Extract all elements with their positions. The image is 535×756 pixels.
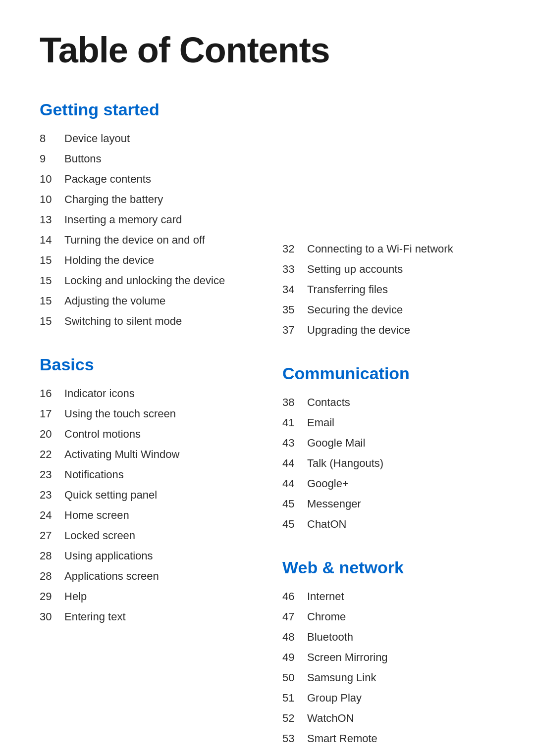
list-item: 50 Samsung Link	[282, 667, 495, 688]
entry-text: Samsung Link	[307, 669, 376, 686]
entry-text: Control motions	[64, 426, 141, 442]
entry-text: Switching to silent mode	[64, 313, 182, 329]
toc-list-communication: 38 Contacts 41 Email 43 Google Mail 44 T…	[282, 392, 495, 534]
page-num: 37	[282, 322, 307, 338]
list-item: 32 Connecting to a Wi-Fi network	[282, 239, 495, 259]
list-item: 52 WatchON	[282, 708, 495, 728]
page-title: Table of Contents	[40, 30, 495, 70]
entry-text: Quick setting panel	[64, 487, 157, 503]
section-continued: 32 Connecting to a Wi-Fi network 33 Sett…	[282, 239, 495, 340]
list-item: 17 Using the touch screen	[40, 403, 253, 424]
entry-text: Smart Remote	[307, 730, 377, 747]
page-num: 24	[40, 507, 64, 523]
entry-text: Package contents	[64, 171, 151, 187]
entry-text: Turning the device on and off	[64, 232, 205, 248]
list-item: 15 Adjusting the volume	[40, 291, 253, 311]
list-item: 27 Locked screen	[40, 525, 253, 546]
entry-text: Talk (Hangouts)	[307, 455, 383, 471]
page-num: 28	[40, 568, 64, 584]
entry-text: Locking and unlocking the device	[64, 272, 225, 289]
section-communication: Communication 38 Contacts 41 Email 43 Go…	[282, 364, 495, 534]
entry-text: Screen Mirroring	[307, 649, 388, 665]
entry-text: Upgrading the device	[307, 322, 410, 338]
page-num: 48	[282, 629, 307, 645]
section-title-web-network: Web & network	[282, 558, 495, 577]
list-item: 53 Smart Remote	[282, 728, 495, 749]
content-layout: Getting started 8 Device layout 9 Button…	[40, 100, 495, 756]
entry-text: Google+	[307, 475, 349, 492]
page-num: 41	[282, 414, 307, 431]
entry-text: Notifications	[64, 466, 124, 483]
entry-text: Using the touch screen	[64, 405, 176, 422]
page-num: 47	[282, 608, 307, 625]
entry-text: Bluetooth	[307, 629, 353, 645]
list-item: 28 Using applications	[40, 546, 253, 566]
page-num: 20	[40, 426, 64, 442]
list-item: 15 Holding the device	[40, 250, 253, 270]
entry-text: WatchON	[307, 710, 354, 726]
entry-text: Locked screen	[64, 527, 135, 544]
toc-list-getting-started: 8 Device layout 9 Buttons 10 Package con…	[40, 128, 253, 331]
page-num: 10	[40, 191, 64, 207]
list-item: 41 Email	[282, 412, 495, 433]
list-item: 15 Switching to silent mode	[40, 311, 253, 331]
page-num: 50	[282, 669, 307, 686]
list-item: 23 Notifications	[40, 464, 253, 485]
entry-text: Messenger	[307, 496, 361, 512]
page-num: 30	[40, 608, 64, 625]
entry-text: Setting up accounts	[307, 261, 403, 277]
list-item: 9 Buttons	[40, 149, 253, 169]
entry-text: Holding the device	[64, 252, 154, 268]
list-item: 44 Talk (Hangouts)	[282, 453, 495, 473]
page-num: 15	[40, 313, 64, 329]
page-num: 15	[40, 293, 64, 309]
page-num: 33	[282, 261, 307, 277]
list-item: 24 Home screen	[40, 505, 253, 525]
list-item: 48 Bluetooth	[282, 627, 495, 647]
page-num: 35	[282, 302, 307, 318]
page-num: 9	[40, 151, 64, 167]
page-num: 15	[40, 252, 64, 268]
page-num: 45	[282, 516, 307, 532]
page-num: 17	[40, 405, 64, 422]
list-item: 29 Help	[40, 586, 253, 606]
toc-list-continued: 32 Connecting to a Wi-Fi network 33 Sett…	[282, 239, 495, 340]
entry-text: Google Mail	[307, 435, 365, 451]
list-item: 51 Group Play	[282, 688, 495, 708]
list-item: 15 Locking and unlocking the device	[40, 270, 253, 291]
entry-text: Charging the battery	[64, 191, 163, 207]
list-item: 8 Device layout	[40, 128, 253, 149]
list-item: 33 Setting up accounts	[282, 259, 495, 279]
entry-text: Internet	[307, 588, 344, 605]
section-title-getting-started: Getting started	[40, 100, 253, 119]
section-getting-started: Getting started 8 Device layout 9 Button…	[40, 100, 253, 331]
page-num: 8	[40, 130, 64, 147]
list-item: 10 Package contents	[40, 169, 253, 189]
entry-text: Group Play	[307, 690, 362, 706]
entry-text: Indicator icons	[64, 385, 135, 402]
list-item: 47 Chrome	[282, 606, 495, 627]
page-num: 10	[40, 171, 64, 187]
page-num: 44	[282, 455, 307, 471]
page-num: 46	[282, 588, 307, 605]
entry-text: ChatON	[307, 516, 346, 532]
list-item: 45 Messenger	[282, 494, 495, 514]
page-num: 28	[40, 548, 64, 564]
list-item: 23 Quick setting panel	[40, 485, 253, 505]
page-num: 16	[40, 385, 64, 402]
list-item: 46 Internet	[282, 586, 495, 606]
page-num: 32	[282, 241, 307, 257]
page-num: 51	[282, 690, 307, 706]
section-title-communication: Communication	[282, 364, 495, 383]
list-item: 44 Google+	[282, 473, 495, 494]
list-item: 20 Control motions	[40, 424, 253, 444]
page-num: 14	[40, 232, 64, 248]
page-num: 22	[40, 446, 64, 462]
list-item: 37 Upgrading the device	[282, 320, 495, 340]
list-item: 34 Transferring files	[282, 279, 495, 300]
page-num: 52	[282, 710, 307, 726]
list-item: 49 Screen Mirroring	[282, 647, 495, 667]
list-item: 10 Charging the battery	[40, 189, 253, 209]
list-item: 30 Entering text	[40, 606, 253, 627]
list-item: 28 Applications screen	[40, 566, 253, 586]
